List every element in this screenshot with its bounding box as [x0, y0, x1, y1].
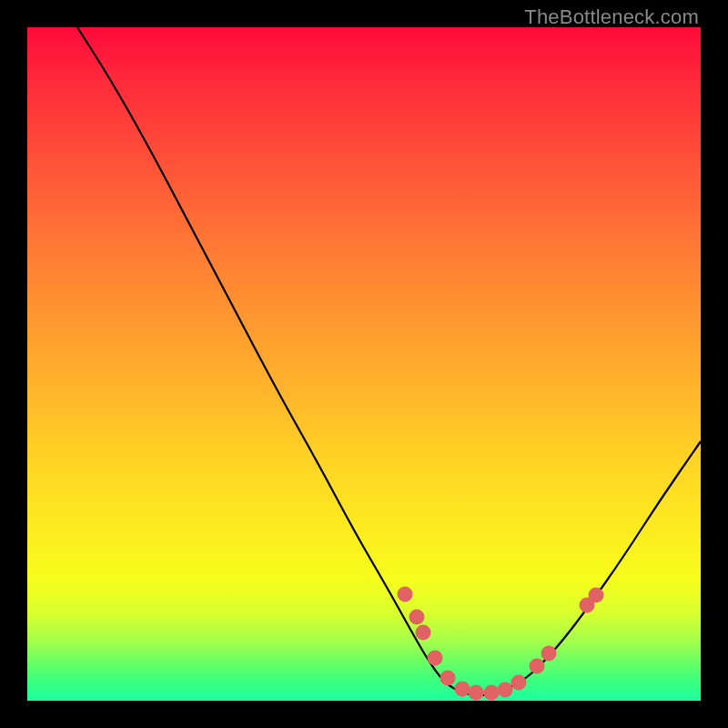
data-point [484, 685, 500, 701]
data-point [410, 610, 425, 625]
data-point [428, 651, 443, 666]
bottleneck-curve [77, 27, 701, 695]
watermark-text: TheBottleneck.com [524, 5, 699, 29]
data-point [511, 675, 527, 691]
data-point [530, 659, 545, 674]
data-point [589, 588, 604, 603]
data-point [416, 625, 431, 641]
data-point [440, 671, 456, 686]
chart-frame: TheBottleneck.com [0, 0, 728, 728]
data-point [498, 682, 513, 698]
data-point [469, 685, 484, 701]
chart-plot-area [27, 27, 701, 701]
data-points [398, 587, 604, 701]
data-point [455, 682, 470, 697]
data-point [541, 646, 557, 662]
chart-svg [27, 27, 701, 701]
data-point [398, 587, 413, 602]
